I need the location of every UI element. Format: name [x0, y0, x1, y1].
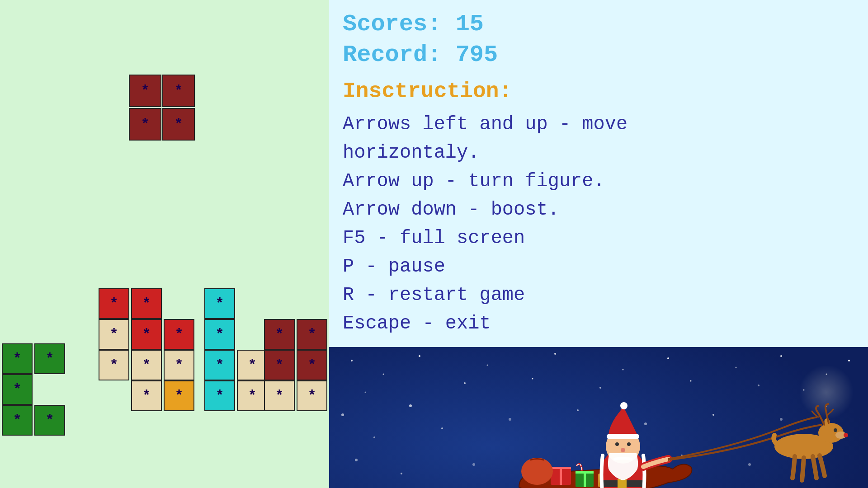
instruction-line-4: Arrow down - boost. — [343, 196, 854, 224]
instruction-line-1: Arrows left and up - move — [343, 110, 854, 139]
svg-point-46 — [521, 458, 553, 485]
svg-point-17 — [758, 385, 760, 386]
info-panel: Scores: 15 Record: 795 Insctruction: Arr… — [329, 0, 868, 488]
board-cell: * — [164, 380, 194, 411]
board-cell: * — [264, 319, 295, 350]
svg-point-21 — [409, 404, 412, 407]
board-cell: * — [34, 405, 65, 436]
record-display: Record: 795 — [343, 40, 854, 70]
board-cell: * — [237, 350, 268, 380]
svg-point-8 — [736, 367, 737, 368]
instruction-line-5: F5 - full screen — [343, 224, 854, 253]
board-cell: * — [131, 288, 162, 319]
board-cell: * — [131, 380, 162, 411]
svg-point-22 — [441, 427, 443, 429]
svg-point-55 — [620, 402, 627, 409]
svg-point-60 — [834, 428, 837, 432]
svg-point-9 — [780, 355, 782, 357]
board-cell: * — [297, 380, 327, 411]
svg-point-51 — [615, 442, 619, 446]
svg-point-19 — [341, 413, 344, 416]
board-cell: * — [99, 350, 129, 380]
svg-rect-44 — [584, 471, 586, 487]
svg-point-3 — [419, 355, 420, 357]
svg-point-23 — [509, 418, 511, 421]
piece-cell: * — [129, 75, 161, 107]
piece-cell: * — [129, 108, 161, 141]
svg-point-12 — [365, 392, 366, 393]
svg-point-6 — [623, 369, 624, 371]
board-cell: * — [297, 319, 327, 350]
svg-point-2 — [383, 374, 384, 375]
svg-rect-41 — [560, 467, 562, 485]
board-cell: * — [2, 343, 33, 374]
svg-point-11 — [848, 360, 850, 361]
svg-point-29 — [355, 459, 358, 461]
instruction-line-7: R - restart game — [343, 281, 854, 310]
scores-display: Scores: 15 — [343, 9, 854, 40]
svg-point-31 — [472, 463, 475, 466]
board-cell: * — [164, 350, 194, 380]
board-cell: * — [99, 319, 129, 350]
board-cell: * — [99, 288, 129, 319]
piece-cell: * — [162, 108, 195, 141]
svg-rect-49 — [618, 479, 627, 488]
scores-section: Scores: 15 Record: 795 Insctruction: Arr… — [329, 0, 868, 347]
board-cell: * — [204, 319, 235, 350]
board-cell: * — [2, 405, 33, 436]
svg-point-25 — [644, 422, 647, 425]
board-cell: * — [34, 343, 65, 374]
board-cell: * — [164, 319, 194, 350]
svg-point-1 — [351, 360, 353, 361]
svg-point-14 — [532, 378, 533, 380]
svg-rect-0 — [329, 347, 868, 488]
board-cell: * — [2, 374, 33, 405]
svg-point-26 — [712, 414, 714, 416]
instruction-body: Arrows left and up - move horizontaly. A… — [343, 110, 854, 338]
board-cell: * — [264, 380, 295, 411]
svg-point-15 — [599, 387, 601, 389]
svg-rect-54 — [607, 434, 639, 439]
board-cell: * — [204, 288, 235, 319]
board-cell: * — [297, 350, 327, 380]
svg-point-4 — [487, 365, 488, 366]
board-cell: * — [264, 350, 295, 380]
game-board: * * * * * * * * * * * * * * * * * * * * … — [0, 0, 329, 488]
board-cell: * — [204, 380, 235, 411]
svg-point-13 — [464, 382, 466, 384]
santa-svg — [329, 347, 868, 488]
board-cell: * — [237, 380, 268, 411]
svg-point-7 — [667, 357, 669, 359]
christmas-scene — [329, 347, 868, 488]
svg-point-24 — [577, 409, 579, 411]
board-cell: * — [131, 319, 162, 350]
svg-point-20 — [373, 436, 375, 438]
instruction-header: Insctruction: — [343, 79, 854, 103]
svg-point-16 — [690, 380, 692, 382]
board-cell: * — [204, 350, 235, 380]
svg-point-30 — [401, 473, 402, 474]
svg-point-27 — [780, 418, 783, 421]
instruction-line-2: horizontaly. — [343, 139, 854, 167]
instruction-line-3: Arrow up - turn figure. — [343, 167, 854, 196]
piece-cell: * — [162, 75, 195, 107]
svg-point-59 — [844, 433, 848, 437]
instruction-line-8: Escape - exit — [343, 310, 854, 338]
board-cell: * — [131, 350, 162, 380]
svg-point-5 — [554, 353, 556, 355]
svg-point-35 — [748, 463, 751, 466]
instruction-line-6: P - pause — [343, 253, 854, 281]
svg-point-52 — [627, 442, 631, 446]
svg-point-53 — [621, 448, 625, 452]
